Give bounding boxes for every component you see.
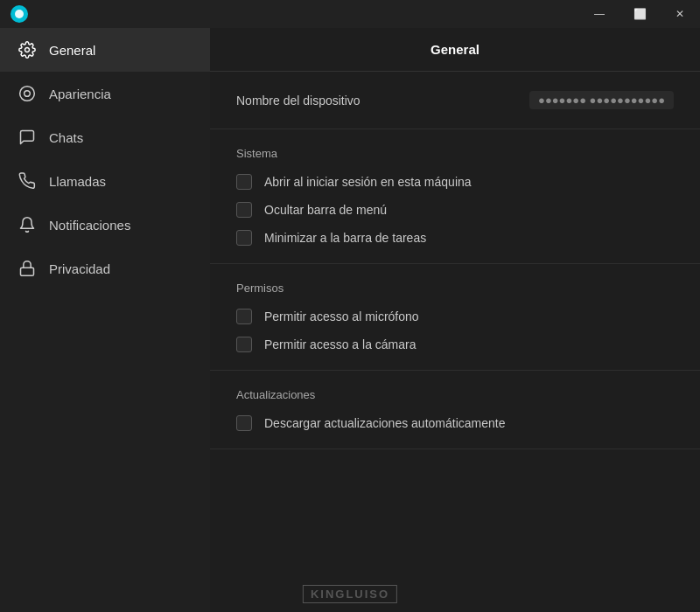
checkbox-camara[interactable]: Permitir acesso a la cámara bbox=[236, 337, 674, 352]
sidebar-label-general: General bbox=[49, 43, 95, 58]
sidebar-item-notificaciones[interactable]: Notificaciones bbox=[0, 203, 210, 247]
checkbox-abrir-sesion-label: Abrir al iniciar sesión en esta máquina bbox=[264, 175, 472, 189]
sidebar-label-apariencia: Apariencia bbox=[49, 87, 111, 101]
sidebar-label-notificaciones: Notificaciones bbox=[49, 218, 130, 233]
checkbox-microfono[interactable]: Permitir acesso al micrófono bbox=[236, 309, 674, 324]
maximize-button[interactable]: ⬜ bbox=[620, 0, 660, 28]
actualizaciones-title: Actualizaciones bbox=[236, 388, 674, 401]
section-sistema: Sistema Abrir al iniciar sesión en esta … bbox=[210, 129, 700, 264]
sistema-title: Sistema bbox=[236, 147, 674, 160]
checkbox-descargar-auto-label: Descargar actualizaciones automáticament… bbox=[264, 416, 505, 430]
main-container: General Apariencia Chats bbox=[0, 28, 700, 612]
sidebar-item-chats[interactable]: Chats bbox=[0, 115, 210, 159]
bell-icon bbox=[18, 215, 37, 234]
svg-point-2 bbox=[20, 87, 35, 101]
checkbox-camara-label: Permitir acesso a la cámara bbox=[264, 337, 416, 351]
section-permisos: Permisos Permitir acesso al micrófono Pe… bbox=[210, 264, 700, 371]
content-body: Nombre del dispositivo ●●●●●●● ●●●●●●●●●… bbox=[210, 72, 700, 612]
title-bar-controls: — ⬜ ✕ bbox=[579, 0, 700, 28]
sidebar: General Apariencia Chats bbox=[0, 28, 210, 612]
checkbox-minimizar-barra-label: Minimizar a la barra de tareas bbox=[264, 231, 426, 245]
svg-rect-4 bbox=[21, 268, 34, 275]
sidebar-label-privacidad: Privacidad bbox=[49, 261, 110, 276]
content-title: General bbox=[430, 42, 480, 57]
checkbox-ocultar-menu-box[interactable] bbox=[236, 202, 252, 218]
section-actualizaciones: Actualizaciones Descargar actualizacione… bbox=[210, 371, 700, 449]
svg-point-3 bbox=[24, 91, 31, 97]
checkbox-descargar-auto[interactable]: Descargar actualizaciones automáticament… bbox=[236, 415, 674, 431]
sidebar-item-llamadas[interactable]: Llamadas bbox=[0, 159, 210, 203]
phone-icon bbox=[18, 171, 37, 191]
permisos-title: Permisos bbox=[236, 282, 674, 295]
checkbox-minimizar-barra[interactable]: Minimizar a la barra de tareas bbox=[236, 230, 674, 246]
content-header: General bbox=[210, 28, 700, 72]
chat-icon bbox=[18, 128, 37, 147]
close-button[interactable]: ✕ bbox=[660, 0, 700, 28]
checkbox-ocultar-menu[interactable]: Ocultar barra de menú bbox=[236, 202, 674, 218]
checkbox-abrir-sesion-box[interactable] bbox=[236, 174, 252, 190]
svg-point-1 bbox=[25, 48, 30, 52]
sidebar-label-llamadas: Llamadas bbox=[49, 174, 106, 189]
sidebar-item-privacidad[interactable]: Privacidad bbox=[0, 247, 210, 290]
device-name-value: ●●●●●●● ●●●●●●●●●●● bbox=[529, 91, 674, 109]
device-name-row: Nombre del dispositivo ●●●●●●● ●●●●●●●●●… bbox=[210, 72, 700, 129]
checkbox-descargar-auto-box[interactable] bbox=[236, 415, 252, 431]
checkbox-microfono-box[interactable] bbox=[236, 309, 252, 324]
gear-icon bbox=[18, 40, 37, 59]
title-bar: — ⬜ ✕ bbox=[0, 0, 700, 28]
watermark: KINGLUISO bbox=[303, 585, 397, 603]
sidebar-item-general[interactable]: General bbox=[0, 28, 210, 72]
checkbox-camara-box[interactable] bbox=[236, 337, 252, 352]
title-bar-left bbox=[10, 5, 28, 23]
svg-point-0 bbox=[15, 10, 24, 18]
sidebar-label-chats: Chats bbox=[49, 130, 83, 145]
minimize-button[interactable]: — bbox=[579, 0, 620, 28]
checkbox-minimizar-barra-box[interactable] bbox=[236, 230, 252, 246]
app-icon bbox=[10, 5, 28, 23]
lock-icon bbox=[18, 259, 37, 278]
checkbox-microfono-label: Permitir acesso al micrófono bbox=[264, 309, 419, 323]
device-name-label: Nombre del dispositivo bbox=[236, 94, 360, 108]
sidebar-item-apariencia[interactable]: Apariencia bbox=[0, 72, 210, 115]
content-area: General Nombre del dispositivo ●●●●●●● ●… bbox=[210, 28, 700, 612]
checkbox-abrir-sesion[interactable]: Abrir al iniciar sesión en esta máquina bbox=[236, 174, 674, 190]
brush-icon bbox=[18, 84, 37, 103]
checkbox-ocultar-menu-label: Ocultar barra de menú bbox=[264, 203, 387, 217]
